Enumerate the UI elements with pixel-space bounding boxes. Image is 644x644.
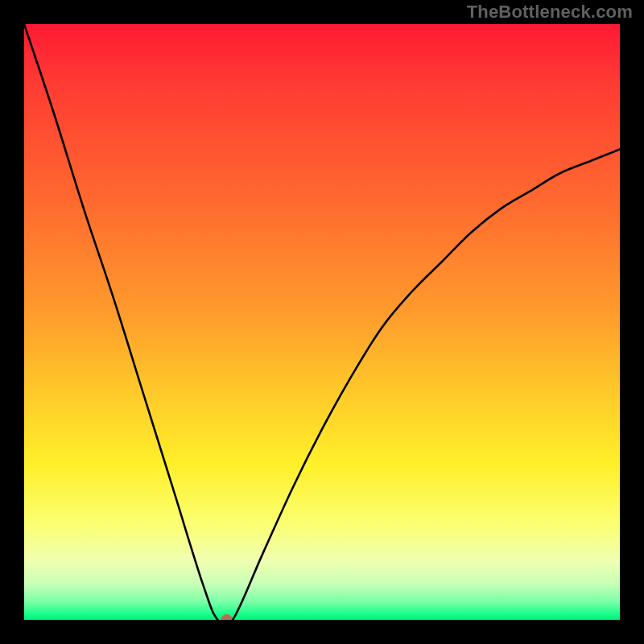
curve-layer [24,24,620,620]
bottleneck-curve [24,24,620,620]
minimum-marker [221,614,233,620]
chart-frame: TheBottleneck.com [0,0,644,644]
plot-area [24,24,620,620]
watermark-text: TheBottleneck.com [467,2,633,23]
